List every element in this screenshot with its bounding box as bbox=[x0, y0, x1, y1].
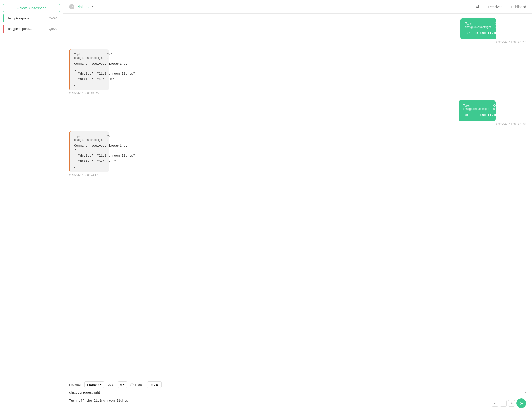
payload-select[interactable]: Plaintext ▾ bbox=[85, 381, 105, 388]
tab-all[interactable]: All bbox=[476, 4, 480, 10]
message-input-row: ← − + ➤ bbox=[69, 398, 526, 408]
bubble-qos-3: QoS: 0 bbox=[493, 104, 500, 111]
main-panel: ? Plaintext ▾ All | Received | Published… bbox=[63, 0, 532, 412]
topic-chevron-icon: ▾ bbox=[524, 390, 526, 394]
topic-input-row: ▾ bbox=[69, 390, 526, 396]
bubble-topic-1: Topic: chatgpt/request/light bbox=[465, 22, 491, 29]
qos-select[interactable]: 0 ▾ bbox=[118, 381, 127, 388]
arrow-left-button[interactable]: ← bbox=[492, 400, 498, 407]
qos-label: QoS: bbox=[107, 383, 115, 386]
bubble-body-3: Turn off the living room lights bbox=[463, 112, 491, 118]
subscription-topic-2: chatgpt/respons... bbox=[7, 27, 32, 31]
subscription-item-1[interactable]: chatgpt/respons... QoS 0 bbox=[3, 14, 60, 23]
message-row-1: Topic: chatgpt/request/light QoS: 0 Turn… bbox=[69, 19, 526, 44]
header-tabs: All | Received | Published bbox=[476, 4, 526, 10]
message-row-3: Topic: chatgpt/request/light QoS: 0 Turn… bbox=[69, 101, 526, 125]
help-icon: ? bbox=[69, 4, 75, 9]
bubble-header-2: Topic: chatgpt/response/light QoS: 0 bbox=[74, 53, 104, 60]
topic-input[interactable] bbox=[69, 390, 524, 394]
tab-received[interactable]: Received bbox=[488, 4, 502, 10]
send-button[interactable]: ➤ bbox=[516, 398, 526, 408]
bubble-body-4: Command received. Executing: { "device":… bbox=[74, 143, 104, 169]
subscription-qos-2: QoS 0 bbox=[49, 27, 57, 31]
header-topic-label: Plaintext bbox=[76, 5, 91, 9]
bubble-qos-1: QoS: 0 bbox=[495, 22, 502, 29]
bubble-qos-2: QoS: 0 bbox=[107, 53, 113, 60]
bubble-published-1: Topic: chatgpt/request/light QoS: 0 Turn… bbox=[460, 19, 497, 39]
subscription-qos-1: QoS 0 bbox=[49, 17, 57, 20]
bubble-header-1: Topic: chatgpt/request/light QoS: 0 bbox=[465, 22, 492, 29]
tab-published[interactable]: Published bbox=[511, 4, 526, 10]
sidebar: + New Subscription chatgpt/respons... Qo… bbox=[0, 0, 63, 412]
bubble-received-2: Topic: chatgpt/response/light QoS: 0 Com… bbox=[69, 49, 109, 90]
retain-circle-icon bbox=[130, 383, 133, 386]
bubble-body-2: Command received. Executing: { "device":… bbox=[74, 62, 104, 87]
arrow-prev-button[interactable]: − bbox=[500, 400, 507, 407]
bottom-controls: Payload: Plaintext ▾ QoS: 0 ▾ Retain Met… bbox=[69, 381, 526, 388]
subscription-item-2[interactable]: chatgpt/respons... QoS 0 bbox=[3, 25, 60, 33]
header-topic-dropdown[interactable]: Plaintext ▾ bbox=[76, 5, 93, 9]
header-left: ? Plaintext ▾ bbox=[69, 4, 93, 9]
message-time-2: 2023-04-07 17:06:03:922 bbox=[69, 92, 141, 95]
bubble-published-3: Topic: chatgpt/request/light QoS: 0 Turn… bbox=[458, 101, 496, 121]
bubble-topic-3: Topic: chatgpt/request/light bbox=[463, 104, 489, 111]
bubble-header-3: Topic: chatgpt/request/light QoS: 0 bbox=[463, 104, 491, 111]
message-time-4: 2023-04-07 17:06:44:179 bbox=[69, 174, 141, 177]
bottom-area: Payload: Plaintext ▾ QoS: 0 ▾ Retain Met… bbox=[63, 378, 532, 412]
message-input[interactable] bbox=[69, 398, 490, 408]
bubble-topic-2: Topic: chatgpt/response/light bbox=[74, 53, 103, 60]
chevron-down-icon: ▾ bbox=[92, 5, 93, 9]
messages-area: Topic: chatgpt/request/light QoS: 0 Turn… bbox=[63, 14, 532, 378]
message-row-2: Topic: chatgpt/response/light QoS: 0 Com… bbox=[69, 49, 526, 95]
meta-button[interactable]: Meta bbox=[147, 381, 162, 388]
arrow-next-button[interactable]: + bbox=[508, 400, 515, 407]
qos-chevron-icon: ▾ bbox=[123, 383, 125, 386]
send-icon: ➤ bbox=[520, 401, 523, 406]
payload-value: Plaintext bbox=[87, 383, 99, 386]
bubble-qos-4: QoS: 0 bbox=[107, 135, 113, 141]
message-time-1: 2023-04-07 17:05:46:613 bbox=[460, 41, 526, 44]
bubble-received-4: Topic: chatgpt/response/light QoS: 0 Com… bbox=[69, 131, 109, 172]
bubble-body-1: Turn on the living room lights bbox=[465, 31, 492, 36]
new-subscription-button[interactable]: + New Subscription bbox=[3, 4, 60, 12]
retain-toggle[interactable]: Retain bbox=[130, 383, 144, 386]
message-row-4: Topic: chatgpt/response/light QoS: 0 Com… bbox=[69, 131, 526, 177]
send-actions: ← − + ➤ bbox=[492, 398, 526, 408]
header: ? Plaintext ▾ All | Received | Published bbox=[63, 0, 532, 14]
bubble-topic-4: Topic: chatgpt/response/light bbox=[74, 135, 103, 141]
qos-value: 0 bbox=[120, 383, 122, 386]
payload-label: Payload: bbox=[69, 383, 82, 386]
subscription-topic-1: chatgpt/respons... bbox=[7, 17, 32, 20]
payload-chevron-icon: ▾ bbox=[100, 383, 102, 386]
message-time-3: 2023-04-07 17:06:26:932 bbox=[458, 122, 526, 125]
retain-label: Retain bbox=[135, 383, 144, 386]
bubble-header-4: Topic: chatgpt/response/light QoS: 0 bbox=[74, 135, 104, 141]
